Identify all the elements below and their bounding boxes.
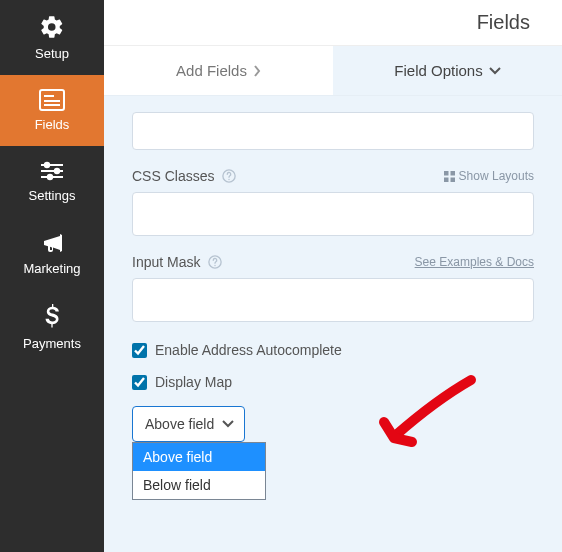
gear-icon — [39, 14, 65, 40]
svg-rect-3 — [44, 104, 60, 106]
sidebar-item-payments[interactable]: Payments — [0, 290, 104, 365]
svg-point-7 — [55, 169, 59, 173]
sliders-icon — [39, 160, 65, 182]
svg-rect-11 — [444, 171, 449, 176]
sidebar-item-settings[interactable]: Settings — [0, 146, 104, 217]
chevron-down-icon — [222, 420, 234, 428]
autocomplete-checkbox[interactable] — [132, 343, 147, 358]
sidebar: Setup Fields Settings Marketing Payments — [0, 0, 104, 552]
svg-rect-2 — [44, 100, 60, 102]
previous-input-stub[interactable] — [132, 112, 534, 150]
css-classes-label: CSS Classes — [132, 168, 236, 184]
svg-rect-14 — [450, 177, 455, 182]
form-icon — [39, 89, 65, 111]
sidebar-item-fields[interactable]: Fields — [0, 75, 104, 146]
svg-rect-1 — [44, 95, 54, 97]
option-above-field[interactable]: Above field — [133, 443, 265, 471]
help-icon[interactable] — [208, 255, 222, 269]
map-position-dropdown: Above field Above field Below field — [132, 406, 245, 442]
sidebar-item-setup[interactable]: Setup — [0, 0, 104, 75]
option-below-field[interactable]: Below field — [133, 471, 265, 499]
field-options-panel: CSS Classes Show Layouts Input Mask — [104, 96, 562, 552]
dollar-icon — [44, 304, 60, 330]
page-header: Fields — [104, 0, 562, 46]
tabs: Add Fields Field Options — [104, 46, 562, 96]
tab-add-fields[interactable]: Add Fields — [104, 46, 333, 95]
autocomplete-label[interactable]: Enable Address Autocomplete — [155, 342, 342, 358]
sidebar-item-label: Setup — [35, 46, 69, 61]
sidebar-item-label: Settings — [29, 188, 76, 203]
css-classes-input[interactable] — [132, 192, 534, 236]
tab-label: Field Options — [394, 62, 482, 79]
css-classes-row: CSS Classes Show Layouts — [132, 168, 534, 236]
show-layouts-link[interactable]: Show Layouts — [444, 169, 534, 183]
svg-point-9 — [48, 175, 52, 179]
tab-field-options[interactable]: Field Options — [333, 46, 562, 95]
input-mask-input[interactable] — [132, 278, 534, 322]
map-position-select[interactable]: Above field — [132, 406, 245, 442]
svg-rect-13 — [444, 177, 449, 182]
bullhorn-icon — [39, 231, 65, 255]
tab-label: Add Fields — [176, 62, 247, 79]
sidebar-item-marketing[interactable]: Marketing — [0, 217, 104, 290]
main-area: Fields Add Fields Field Options CSS Clas… — [104, 0, 562, 552]
examples-docs-link[interactable]: See Examples & Docs — [415, 255, 534, 269]
sidebar-item-label: Marketing — [23, 261, 80, 276]
svg-point-5 — [45, 163, 49, 167]
page-title: Fields — [477, 11, 530, 34]
svg-rect-12 — [450, 171, 455, 176]
display-map-row: Display Map — [132, 374, 534, 390]
select-value: Above field — [145, 416, 214, 432]
input-mask-label: Input Mask — [132, 254, 222, 270]
display-map-checkbox[interactable] — [132, 375, 147, 390]
help-icon[interactable] — [222, 169, 236, 183]
chevron-down-icon — [489, 67, 501, 75]
sidebar-item-label: Fields — [35, 117, 70, 132]
map-position-options: Above field Below field — [132, 442, 266, 500]
display-map-label[interactable]: Display Map — [155, 374, 232, 390]
input-mask-row: Input Mask See Examples & Docs — [132, 254, 534, 322]
autocomplete-row: Enable Address Autocomplete — [132, 342, 534, 358]
chevron-right-icon — [253, 65, 261, 77]
grid-icon — [444, 171, 455, 182]
sidebar-item-label: Payments — [23, 336, 81, 351]
